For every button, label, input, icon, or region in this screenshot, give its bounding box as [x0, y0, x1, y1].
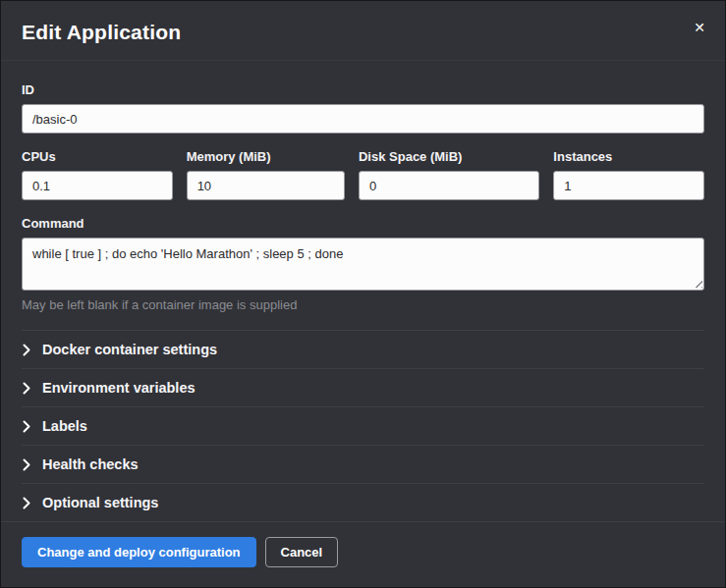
close-icon[interactable]: ✕ — [690, 17, 709, 38]
section-docker-container-settings[interactable]: Docker container settings — [22, 330, 704, 368]
section-label: Environment variables — [42, 380, 195, 396]
id-input[interactable] — [22, 104, 704, 134]
memory-field-group: Memory (MiB) — [187, 149, 345, 200]
command-label: Command — [22, 216, 704, 231]
id-label: ID — [22, 82, 704, 97]
cpus-label: CPUs — [22, 149, 173, 164]
edit-application-modal: Edit Application ✕ ID CPUs Memory (MiB) … — [0, 0, 726, 588]
chevron-right-icon — [22, 382, 31, 395]
id-field-group: ID — [22, 82, 704, 134]
disk-label: Disk Space (MiB) — [359, 149, 539, 164]
command-textarea-wrap: while [ true ] ; do echo 'Hello Marathon… — [22, 238, 704, 291]
modal-header: Edit Application ✕ — [1, 1, 725, 61]
command-field-group: Command while [ true ] ; do echo 'Hello … — [22, 216, 704, 312]
section-optional-settings[interactable]: Optional settings — [22, 483, 704, 521]
command-help-text: May be left blank if a container image i… — [22, 297, 704, 312]
instances-label: Instances — [553, 149, 704, 164]
chevron-right-icon — [22, 497, 31, 509]
section-label: Health checks — [42, 456, 139, 472]
disk-input[interactable] — [359, 171, 539, 200]
chevron-right-icon — [22, 344, 31, 356]
cpus-field-group: CPUs — [22, 149, 173, 200]
cpus-input[interactable] — [22, 171, 173, 200]
page-title: Edit Application — [22, 21, 704, 44]
memory-input[interactable] — [187, 171, 345, 200]
instances-input[interactable] — [553, 171, 704, 200]
section-label: Labels — [42, 418, 87, 434]
modal-body: ID CPUs Memory (MiB) Disk Space (MiB) In… — [1, 61, 725, 521]
memory-label: Memory (MiB) — [187, 149, 345, 164]
instances-field-group: Instances — [553, 149, 704, 200]
collapsible-sections: Docker container settings Environment va… — [22, 330, 704, 521]
chevron-right-icon — [22, 458, 31, 471]
section-labels[interactable]: Labels — [22, 406, 704, 445]
modal-footer: Change and deploy configuration Cancel — [1, 521, 725, 587]
section-label: Optional settings — [42, 495, 158, 510]
section-label: Docker container settings — [42, 342, 217, 357]
cancel-button[interactable]: Cancel — [265, 537, 339, 567]
disk-field-group: Disk Space (MiB) — [359, 149, 539, 200]
chevron-right-icon — [22, 420, 31, 433]
change-and-deploy-button[interactable]: Change and deploy configuration — [22, 537, 256, 567]
section-health-checks[interactable]: Health checks — [22, 445, 704, 483]
section-environment-variables[interactable]: Environment variables — [22, 368, 704, 406]
resources-row: CPUs Memory (MiB) Disk Space (MiB) Insta… — [22, 149, 704, 200]
command-textarea[interactable]: while [ true ] ; do echo 'Hello Marathon… — [22, 238, 704, 291]
